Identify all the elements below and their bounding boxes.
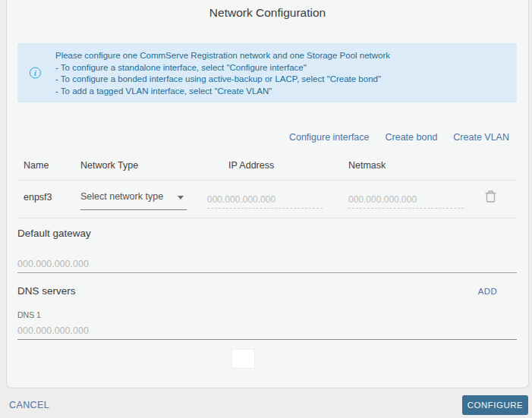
column-header-ip-address: IP Address (228, 160, 274, 171)
network-type-selected-value: Select network type (80, 190, 163, 202)
info-banner: i Please configure one CommServe Registr… (17, 43, 517, 102)
configure-interface-link[interactable]: Configure interface (289, 132, 370, 143)
configure-button[interactable]: CONFIGURE (462, 395, 528, 415)
table-row-divider (17, 218, 517, 218)
network-type-select[interactable]: Select network type (80, 190, 187, 210)
column-header-name: Name (24, 160, 49, 171)
info-line-1: Please configure one CommServe Registrat… (55, 50, 509, 62)
page-title: Network Configuration (7, 6, 528, 20)
dns-1-label: DNS 1 (17, 310, 41, 319)
dns-servers-label: DNS servers (17, 285, 76, 297)
empty-white-box (231, 349, 255, 369)
cancel-button[interactable]: CANCEL (9, 400, 49, 410)
info-line-4: - To add a tagged VLAN interface, select… (55, 86, 509, 98)
info-line-3: - To configure a bonded interface using … (55, 74, 509, 86)
table-action-links: Configure interface Create bond Create V… (289, 132, 509, 143)
ip-address-input[interactable] (207, 191, 323, 209)
delete-interface-button[interactable] (482, 187, 499, 206)
dns-1-input[interactable] (17, 322, 517, 340)
column-header-network-type: Network Type (80, 160, 138, 171)
info-icon: i (30, 68, 41, 79)
netmask-input[interactable] (348, 191, 464, 209)
table-header-divider (17, 180, 517, 181)
add-dns-button[interactable]: ADD (478, 287, 497, 296)
default-gateway-input[interactable] (17, 255, 517, 273)
dialog-card: Network Configuration i Please configure… (6, 0, 529, 388)
trash-icon (485, 190, 496, 203)
info-line-2: - To configure a standalone interface, s… (55, 62, 509, 74)
info-banner-text: Please configure one CommServe Registrat… (55, 50, 509, 97)
column-header-netmask: Netmask (348, 160, 386, 171)
chevron-down-icon (178, 196, 184, 200)
default-gateway-label: Default gateway (17, 228, 91, 239)
interface-name: enpsf3 (24, 192, 52, 203)
create-bond-link[interactable]: Create bond (386, 132, 438, 143)
create-vlan-link[interactable]: Create VLAN (453, 132, 509, 143)
network-configuration-dialog: Network Configuration i Please configure… (0, 0, 532, 418)
